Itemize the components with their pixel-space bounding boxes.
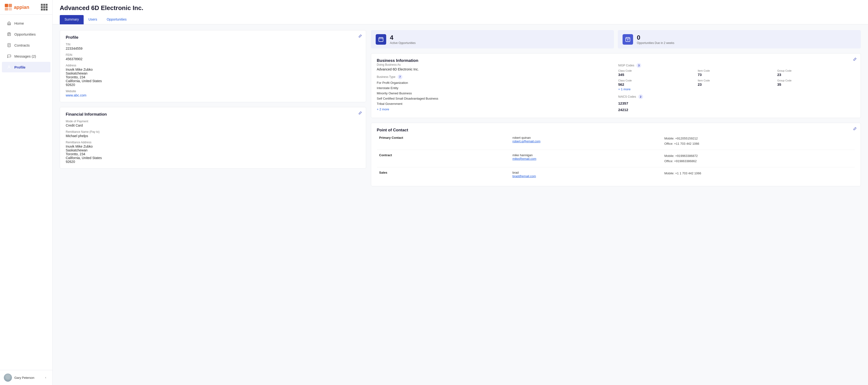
sidebar-item-contracts[interactable]: Contracts: [2, 40, 51, 51]
biz-type-0: For Profit Organization: [377, 80, 614, 86]
mode-payment-value: Credit Card: [66, 124, 360, 127]
nigp-row2-group: Group Code 35: [777, 79, 855, 87]
address-label: Address: [66, 64, 360, 67]
svg-rect-3: [9, 8, 12, 10]
sidebar-item-home[interactable]: Home: [2, 18, 51, 28]
stat-active-opp-number: 4: [390, 34, 415, 41]
stat-active-opp-info: 4 Active Opportunities: [390, 34, 415, 45]
svg-rect-0: [5, 4, 8, 7]
opportunities-icon: [7, 32, 11, 36]
poc-sales-phone: Mobile: +1 1 703 442 1066: [662, 167, 855, 182]
poc-row-sales: Sales brad brad@email.com Mobile: +1 1 7…: [377, 167, 855, 182]
business-info-title: Business Information: [377, 58, 418, 63]
poc-primary-mobile: Mobile: +912055159212: [664, 136, 852, 141]
sidebar-item-profile[interactable]: Profile: [2, 62, 51, 72]
home-icon: [7, 21, 11, 26]
poc-sales-email[interactable]: brad@email.com: [513, 174, 536, 178]
poc-contract-mobile: Mobile: +919963386872: [664, 153, 852, 159]
tab-summary[interactable]: Summary: [60, 15, 84, 24]
website-value[interactable]: www.abc.com: [66, 93, 86, 97]
poc-contract-role: Contract: [377, 150, 510, 167]
sidebar: appian Home Opportunities Contracts: [0, 0, 53, 385]
poc-contract-info: mike hannigan mike@email.com: [510, 150, 662, 167]
page-title: Advanced 6D Electronic Inc.: [60, 4, 861, 12]
nigp-row1-group: Group Code 23: [777, 69, 855, 77]
sidebar-header: appian: [0, 0, 52, 14]
naics-val-0: 12357: [618, 100, 855, 106]
sidebar-nav: Home Opportunities Contracts Messages (2…: [0, 14, 52, 370]
remittance-address-line1: Inuvik Mike Zubko: [66, 145, 360, 148]
stat-icon-active-opp: [376, 34, 386, 45]
poc-primary-email[interactable]: robert.q@email.com: [513, 139, 540, 143]
stat-icon-due-opp: [623, 34, 633, 45]
address-line1: Inuvik Mike Zubko: [66, 68, 360, 71]
naics-section: NAICS Codes 2 12357 24212: [618, 94, 855, 113]
address-line4: California, United States: [66, 79, 360, 83]
user-name: Gary Peterson: [14, 376, 34, 380]
appian-logo-text: appian: [14, 4, 29, 10]
business-type-section: Business Type 7 For Profit Organization …: [377, 74, 614, 111]
collapse-sidebar-button[interactable]: ‹: [43, 375, 49, 381]
biz-left: Doing Business As Advanced 6D Electronic…: [377, 63, 614, 113]
poc-sales-name: brad: [513, 171, 660, 174]
stat-due-opp-label: Opportunities Due in 2 weeks: [637, 41, 675, 45]
poc-title: Point of Contact: [377, 128, 408, 132]
address-line5: 92620: [66, 83, 360, 87]
remittance-address-line3: Torontto, 234: [66, 152, 360, 156]
nigp-more-link[interactable]: + 1 more: [618, 88, 855, 91]
tab-opportunities[interactable]: Opportunities: [102, 15, 131, 24]
poc-edit-icon[interactable]: [853, 127, 857, 131]
poc-primary-phone: Mobile: +912055159212 Office: +11 703 44…: [662, 133, 855, 150]
profile-card-title: Profile: [66, 35, 79, 40]
financial-edit-icon[interactable]: [358, 111, 362, 116]
business-type-list: For Profit Organization Interstate Entit…: [377, 80, 614, 106]
poc-primary-office: Office: +11 703 442 1066: [664, 141, 852, 147]
sidebar-footer: Gary Peterson ‹: [0, 370, 52, 385]
more-types-link[interactable]: + 2 more: [377, 107, 614, 111]
poc-table: Primary Contact robert quinan robert.q@e…: [377, 133, 855, 181]
biz-type-4: Tribal Government: [377, 101, 614, 106]
poc-card: Point of Contact Primary Contact robert …: [371, 123, 861, 186]
naics-label: NAICS Codes 2: [618, 94, 855, 99]
svg-point-15: [8, 66, 10, 67]
avatar: [4, 374, 12, 382]
business-info-grid: Doing Business As Advanced 6D Electronic…: [377, 63, 855, 113]
poc-sales-role: Sales: [377, 167, 510, 182]
poc-contract-email[interactable]: mike@email.com: [513, 157, 536, 160]
stat-active-opp-label: Active Opportunities: [390, 41, 415, 45]
poc-row-contract: Contract mike hannigan mike@email.com Mo…: [377, 150, 855, 167]
svg-rect-4: [8, 23, 9, 25]
poc-primary-info: robert quinan robert.q@email.com: [510, 133, 662, 150]
address-line2: Saskatchewan: [66, 71, 360, 75]
doing-business-as-value: Advanced 6D Electronic Inc.: [377, 67, 614, 71]
nigp-row1: Class Code 345 Item Code 73 Group Code 2…: [618, 69, 855, 77]
nigp-codes-label: NIGP Codes 3: [618, 63, 855, 68]
poc-contract-office: Office: +919863386862: [664, 159, 852, 164]
tab-users[interactable]: Users: [84, 15, 102, 24]
naics-count-badge: 2: [638, 94, 643, 99]
poc-sales-info: brad brad@email.com: [510, 167, 662, 182]
profile-icon: [7, 65, 11, 69]
sidebar-item-messages[interactable]: Messages (2): [2, 51, 51, 61]
mode-payment-label: Mode of Payment: [66, 120, 360, 123]
business-info-edit-icon[interactable]: [853, 57, 857, 62]
remittance-address-line2: Saskatchewan: [66, 148, 360, 152]
sidebar-item-opportunities-label: Opportunities: [14, 32, 36, 36]
stats-row: 4 Active Opportunities 0 Opportunities D…: [371, 30, 861, 49]
profile-card: Profile TIN 223344559 FEIN 456378902 Add…: [60, 30, 366, 102]
financial-card: Financial Information Mode of Payment Cr…: [60, 107, 366, 169]
biz-right: NIGP Codes 3 Class Code 345 Item Code: [618, 63, 855, 113]
poc-primary-role: Primary Contact: [377, 133, 510, 150]
profile-edit-icon[interactable]: [358, 34, 362, 39]
address-line3: Torontto, 234: [66, 75, 360, 79]
naics-val-1: 24212: [618, 106, 855, 113]
svg-rect-16: [379, 37, 383, 41]
grid-icon[interactable]: [41, 4, 48, 10]
contracts-icon: [7, 43, 11, 47]
sidebar-item-opportunities[interactable]: Opportunities: [2, 29, 51, 39]
remittance-address-line5: 92620: [66, 160, 360, 164]
biz-type-1: Interstate Entity: [377, 86, 614, 91]
svg-rect-10: [9, 32, 10, 33]
nigp-row2: Class Code 562 Item Code 23 Group Code 3…: [618, 79, 855, 87]
stat-due-opp-number: 0: [637, 34, 675, 41]
